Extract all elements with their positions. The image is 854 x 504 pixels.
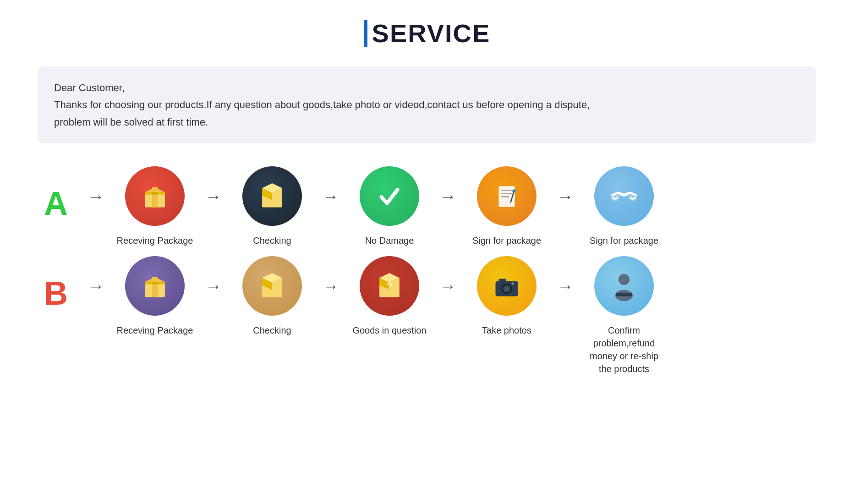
flow-item: Receving Package [109, 166, 201, 247]
title-bar [364, 20, 367, 47]
flow-item: Checking [226, 256, 318, 337]
arrow-icon: → [553, 277, 578, 296]
flow-item-label: Receving Package [117, 234, 193, 247]
svg-rect-4 [152, 192, 158, 194]
arrow-icon: → [201, 277, 226, 296]
svg-rect-42 [616, 293, 632, 296]
notice-line2: Thanks for choosing our products.If any … [54, 96, 800, 113]
svg-text:?: ? [387, 281, 392, 291]
page-header: SERVICE [364, 18, 491, 48]
camera-icon [477, 256, 536, 316]
flow-item: Take photos [461, 256, 553, 337]
flow-item-label: Checking [253, 234, 291, 247]
svg-point-39 [512, 282, 514, 285]
flow-item-label: Take photos [482, 324, 531, 337]
svg-point-38 [505, 287, 509, 291]
arrow-icon: → [435, 277, 461, 296]
notice-line1: Dear Customer, [54, 79, 800, 96]
sign-icon [477, 166, 536, 226]
flow-row-b: B→ Receving Package→ Checking→ ? Goods i… [38, 256, 816, 375]
flow-items-a: Receving Package→ Checking→ No Damage→ S… [109, 166, 816, 247]
flow-item-label: No Damage [365, 234, 414, 247]
page-title: SERVICE [372, 18, 491, 48]
checkmark-icon [360, 166, 419, 226]
flow-item: Sign for package [461, 166, 553, 247]
flow-item-label: Receving Package [117, 324, 193, 337]
handshake-icon [594, 166, 654, 226]
arrow-icon: → [201, 187, 226, 206]
package-icon [125, 166, 185, 226]
open-box-icon [242, 166, 302, 226]
notice-box: Dear Customer, Thanks for choosing our p… [38, 66, 816, 143]
svg-rect-13 [501, 196, 509, 197]
arrow-icon: → [83, 187, 109, 206]
flow-item: Sign for package [578, 166, 670, 247]
flow-section: A→ Receving Package→ Checking→ No Damage… [38, 166, 816, 384]
arrow-icon: → [318, 187, 344, 206]
flow-item: No Damage [344, 166, 435, 247]
package2-icon [125, 256, 185, 316]
arrow-icon: → [553, 187, 578, 206]
arrow-icon: → [83, 277, 109, 296]
svg-point-40 [619, 274, 630, 285]
flow-item-label: Goods in question [352, 324, 426, 337]
flow-item-label: Sign for package [590, 234, 658, 247]
row-letter-a: A [38, 185, 74, 222]
notice-line3: problem will be solved at first time. [54, 114, 800, 131]
svg-point-15 [512, 189, 515, 192]
arrow-icon: → [435, 187, 461, 206]
flow-item-label: Sign for package [472, 234, 541, 247]
flow-item: ? Goods in question [344, 256, 435, 337]
svg-rect-35 [499, 279, 506, 282]
person-icon [594, 256, 654, 316]
flow-row-a: A→ Receving Package→ Checking→ No Damage… [38, 166, 816, 247]
flow-item-label: Checking [253, 324, 291, 337]
svg-rect-11 [501, 190, 513, 191]
flow-item: Checking [226, 166, 318, 247]
flow-items-b: Receving Package→ Checking→ ? Goods in q… [109, 256, 816, 375]
svg-rect-2 [152, 187, 158, 208]
svg-rect-20 [152, 277, 158, 297]
flow-item: Receving Package [109, 256, 201, 337]
svg-rect-12 [501, 193, 513, 194]
row-letter-b: B [38, 274, 74, 312]
question-box-icon: ? [360, 256, 419, 316]
flow-item-label: Confirm problem,refund money or re-ship … [583, 324, 665, 375]
svg-rect-22 [152, 282, 158, 284]
arrow-icon: → [318, 277, 344, 296]
flow-item: Confirm problem,refund money or re-ship … [578, 256, 670, 375]
open-box2-icon [242, 256, 302, 316]
